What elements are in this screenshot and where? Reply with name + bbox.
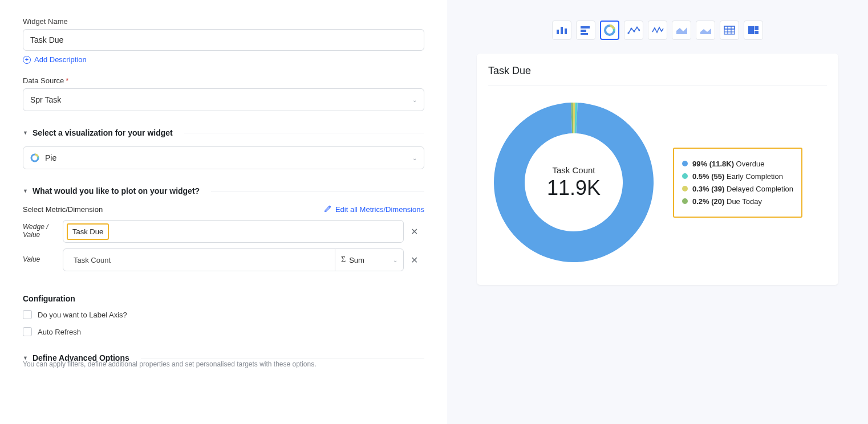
value-metric-text: Task Count (70, 256, 111, 264)
legend-dot-icon (682, 198, 688, 204)
value-metric-input[interactable]: Task Count Σ Sum ⌄ (63, 248, 404, 271)
svg-rect-21 (724, 26, 735, 29)
legend-text: 0.2% (20) Due Today (692, 197, 762, 206)
area-chart-icon[interactable] (672, 21, 691, 40)
legend-dot-icon (682, 186, 688, 191)
label-axis-text: Do you want to Label Axis? (38, 311, 127, 319)
svg-rect-2 (561, 27, 563, 34)
pencil-icon (324, 205, 332, 214)
svg-point-8 (627, 32, 629, 34)
wedge-value-row-label: Wedge / Value (23, 223, 63, 239)
pie-ring-icon (30, 153, 39, 162)
svg-rect-1 (557, 30, 559, 34)
data-source-value: Spr Task (30, 95, 61, 104)
legend-item: 99% (11.8K) Overdue (682, 160, 793, 168)
spline-chart-icon[interactable] (648, 21, 667, 40)
caret-down-icon: ▼ (23, 355, 28, 361)
section-visualization-title: Select a visualization for your widget (33, 128, 173, 137)
svg-marker-13 (676, 27, 687, 34)
svg-rect-16 (724, 26, 735, 34)
donut-center-value: 11.9K (547, 176, 601, 200)
data-source-select[interactable]: Spr Task ⌄ (23, 88, 424, 111)
aggregation-value: Sum (349, 256, 364, 264)
legend-text: 99% (11.8K) Overdue (692, 160, 764, 168)
wedge-dimension-input[interactable]: Task Due (63, 220, 404, 243)
line-chart-icon[interactable] (624, 21, 643, 40)
section-advanced-title: Define Advanced Options (33, 353, 129, 362)
column-chart-icon[interactable] (552, 21, 571, 40)
bar-chart-icon[interactable] (576, 21, 595, 40)
auto-refresh-text: Auto Refresh (38, 328, 81, 336)
svg-rect-3 (565, 28, 567, 34)
chevron-down-icon: ⌄ (393, 257, 398, 263)
svg-point-10 (633, 30, 635, 32)
widget-preview-card: Task Due Task Count 11.9K 99% (11.8K) Ov… (477, 54, 838, 285)
legend-text: 0.5% (55) Early Completion (692, 172, 783, 181)
plus-circle-icon: + (23, 56, 31, 64)
select-metric-label: Select Metric/Dimension (23, 205, 103, 214)
svg-rect-6 (581, 33, 588, 35)
edit-all-metrics-link[interactable]: Edit all Metrics/Dimensions (324, 205, 424, 214)
legend-item: 0.5% (55) Early Completion (682, 172, 793, 181)
widget-preview-title: Task Due (488, 65, 827, 85)
checkbox-icon (23, 327, 32, 336)
section-advanced-header[interactable]: ▼ Define Advanced Options (23, 353, 424, 362)
donut-center-label: Task Count (547, 165, 601, 175)
remove-wedge-button[interactable]: ✕ (404, 226, 424, 237)
visualization-select[interactable]: Pie ⌄ (23, 146, 424, 169)
legend-text: 0.3% (39) Delayed Completion (692, 185, 793, 193)
add-description-label: Add Description (34, 55, 87, 64)
section-plot-header[interactable]: ▼ What would you like to plot on your wi… (23, 186, 424, 195)
configuration-heading: Configuration (23, 294, 424, 303)
label-axis-checkbox[interactable]: Do you want to Label Axis? (23, 310, 424, 319)
value-row-label: Value (23, 256, 63, 264)
stacked-area-icon[interactable] (696, 21, 715, 40)
legend-item: 0.2% (20) Due Today (682, 197, 793, 206)
legend-dot-icon (682, 173, 688, 179)
remove-value-button[interactable]: ✕ (404, 255, 424, 266)
chart-legend: 99% (11.8K) Overdue0.5% (55) Early Compl… (673, 148, 802, 218)
legend-dot-icon (682, 161, 688, 166)
widget-name-label: Widget Name (23, 17, 424, 26)
treemap-chart-icon[interactable] (744, 21, 763, 40)
add-description-link[interactable]: + Add Description (23, 55, 87, 64)
pie-chart-icon[interactable] (600, 21, 619, 40)
svg-point-9 (630, 27, 632, 29)
aggregation-select[interactable]: Σ Sum ⌄ (335, 249, 403, 271)
section-plot-title: What would you like to plot on your widg… (33, 186, 200, 195)
visualization-value: Pie (45, 153, 56, 162)
data-source-label: Data Source* (23, 76, 424, 85)
chevron-down-icon: ⌄ (412, 97, 417, 103)
table-chart-icon[interactable] (720, 21, 739, 40)
edit-all-metrics-label: Edit all Metrics/Dimensions (335, 205, 424, 214)
donut-chart: Task Count 11.9K (488, 97, 659, 268)
section-visualization-header[interactable]: ▼ Select a visualization for your widget (23, 128, 424, 137)
svg-rect-22 (748, 26, 754, 34)
svg-point-11 (636, 26, 638, 28)
caret-down-icon: ▼ (23, 130, 28, 136)
widget-name-input[interactable] (23, 29, 424, 51)
svg-rect-24 (755, 31, 759, 34)
chevron-down-icon: ⌄ (412, 155, 417, 161)
svg-rect-4 (581, 26, 590, 28)
svg-rect-23 (755, 26, 759, 30)
wedge-dimension-chip[interactable]: Task Due (67, 223, 109, 240)
auto-refresh-checkbox[interactable]: Auto Refresh (23, 327, 424, 336)
checkbox-icon (23, 310, 32, 319)
caret-down-icon: ▼ (23, 188, 28, 194)
legend-item: 0.3% (39) Delayed Completion (682, 185, 793, 193)
sigma-icon: Σ (341, 255, 346, 264)
svg-rect-5 (581, 30, 586, 32)
viz-type-toolbar (459, 21, 857, 40)
